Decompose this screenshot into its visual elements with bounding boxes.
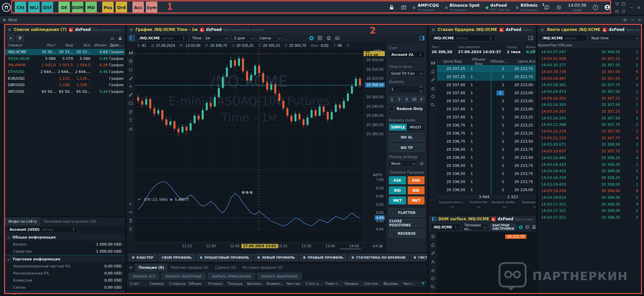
workspace-button-pos[interactable]: Pos xyxy=(102,2,114,13)
orderbook-column-header[interactable]: Объем Бид xyxy=(468,57,489,66)
watchlist-row[interactable]: /FESX:XEUR5 0805 0795 0800,49График xyxy=(5,56,125,62)
close-icon[interactable]: × xyxy=(638,17,641,22)
no-sl-button[interactable]: NO SL xyxy=(389,133,425,141)
connection-binancespot[interactable]: Binance SpotОтключен xyxy=(445,3,480,12)
trade-row[interactable]: 14:03:29.72620 307,006 xyxy=(538,69,642,75)
settings-gear-icon[interactable] xyxy=(556,4,562,10)
brackets-mode-simple[interactable]: SIMPLE xyxy=(389,124,407,131)
trade-row[interactable]: 14:03:24.35520 307,251 xyxy=(538,95,642,102)
account-selector[interactable]: Account (USD)dxFeed⋮ xyxy=(7,226,78,233)
eye-icon[interactable] xyxy=(128,210,133,215)
orderbook-column-header[interactable]: Цена Бид xyxy=(437,59,468,64)
positions-tab[interactable]: Позиции (0) xyxy=(135,263,167,272)
close-positions-button[interactable]: CLOSE POSITIONS xyxy=(389,219,425,227)
close-button[interactable]: ЗАКРЫТЬ УБЫТОЧНЫЕ xyxy=(161,273,206,280)
profile-button[interactable]: ЛЕВЫЙ ПРОФИЛЬ xyxy=(254,254,298,261)
lock-columns-icon[interactable] xyxy=(117,35,123,41)
reverse-button[interactable]: REVERSE xyxy=(389,229,425,237)
positions-column-header[interactable]: Чист... xyxy=(400,282,419,286)
positions-column-header[interactable]: Тейк п... xyxy=(322,282,341,286)
orderbook-row[interactable]: 20 337,001120 223,00 xyxy=(437,97,536,105)
tif-dropdown[interactable]: Good Till Can xyxy=(389,70,425,77)
watchlist-chart-link[interactable]: График xyxy=(108,70,125,74)
watchlist-chart-link[interactable]: График xyxy=(108,89,125,94)
arrow-icon[interactable] xyxy=(128,201,133,207)
dom-save-icon[interactable] xyxy=(532,224,536,230)
dom-grid-icon[interactable] xyxy=(525,224,530,230)
workspace-button-cht[interactable]: Cht xyxy=(15,2,26,13)
watchlist-chart-link[interactable]: График xyxy=(108,83,125,87)
no-tp-button[interactable]: NO TP xyxy=(389,144,425,152)
brackets-mode-multi[interactable]: MULTI xyxy=(407,124,424,131)
style-dropdown[interactable]: Свеча xyxy=(257,35,283,41)
trade-row[interactable]: 14:03:19.46020 308,254 xyxy=(538,155,642,161)
dom-snapshot-icon[interactable] xyxy=(518,224,523,230)
trade-row[interactable]: 14:03:17.32120 308,002 xyxy=(538,208,642,215)
orderbook-row[interactable]: 20 336,501120 223,75 xyxy=(437,162,536,170)
trades-column-header[interactable]: Время xyxy=(538,43,550,47)
dom-symbol-selector[interactable]: /NQ:XCME⋮ xyxy=(431,224,460,230)
eraser-icon[interactable] xyxy=(430,267,436,273)
rect-icon[interactable] xyxy=(128,101,133,106)
workspace-button-dsf[interactable]: DSf xyxy=(42,2,53,13)
sell-ask-button[interactable]: ASK xyxy=(408,176,425,184)
text-icon[interactable] xyxy=(128,117,133,123)
account-info-tab[interactable]: Тепловая карта рынка (29) xyxy=(40,217,100,225)
flatten-button[interactable]: FLATTEN xyxy=(389,209,425,217)
layers-icon[interactable] xyxy=(430,234,436,239)
trade-row[interactable]: 14:03:30.27720 307,502 xyxy=(538,62,642,69)
zoom-in-icon[interactable]: + xyxy=(379,244,383,249)
section-header[interactable]: Общая информация xyxy=(5,233,125,241)
fib-icon[interactable] xyxy=(128,109,133,114)
orderbook-row[interactable]: 20 337,001120 223,00 xyxy=(437,105,536,113)
sell-bid-button[interactable]: BID xyxy=(408,186,425,194)
trade-row[interactable]: 14:03:28.48720 307,252 xyxy=(538,75,642,82)
watchlist-row[interactable]: /NQ:XCME20 30...20 33...20 33...0,69Граф… xyxy=(5,49,125,56)
dom-panel-icon[interactable] xyxy=(432,217,436,221)
positions-column-header[interactable]: Валовы... xyxy=(380,282,400,286)
price-axis[interactable]: АВТОАВТО20 320,0020 315,0020 310,0020 30… xyxy=(363,48,386,242)
ob-panel-toggle-icon[interactable] xyxy=(528,35,534,41)
realtime-dropdown[interactable]: Real time xyxy=(589,35,640,41)
pencil-icon[interactable] xyxy=(430,77,436,82)
orderbook-row[interactable]: 20 337,001120 223,00 xyxy=(437,89,536,97)
positions-menu-icon[interactable]: ≡ xyxy=(127,265,135,270)
orderbook-row[interactable]: 20 337,001120 223,00 xyxy=(437,81,536,89)
minimize-window-icon[interactable]: − xyxy=(630,5,634,10)
orderbook-row[interactable]: 20 336,751120 223,25 xyxy=(437,130,536,138)
orderbook-row[interactable]: 20 336,751120 223,25 xyxy=(437,121,536,130)
filter-icon[interactable] xyxy=(421,282,425,287)
account-profile-icon[interactable] xyxy=(604,4,610,10)
qty-preset-5[interactable]: 5 xyxy=(404,96,410,103)
positions-column-header[interactable]: Текуща... xyxy=(224,282,244,286)
trade-row[interactable]: 14:03:20.67120 308,502 xyxy=(538,142,642,148)
trade-row[interactable]: 14:03:21.21020 307,754 xyxy=(538,135,642,142)
positions-column-header[interactable]: Счет xyxy=(127,282,146,286)
profile-button[interactable]: СВОЙ ПРОФИЛЬ xyxy=(158,254,195,261)
panel-toggle-blue-icon[interactable] xyxy=(419,35,425,41)
trade-row[interactable]: 14:03:31.50820 307,252 xyxy=(538,56,642,62)
workspace-button-sym[interactable]: Sym xyxy=(146,2,157,13)
watchlist-chart-link[interactable]: График xyxy=(108,76,125,81)
orderbook-row[interactable]: 20 336,751120 223,50 xyxy=(437,138,536,146)
bell-icon[interactable] xyxy=(430,69,436,74)
candles-icon[interactable] xyxy=(128,50,133,56)
chart-symbol-selector[interactable]: /NQ:XCMEdxFeed⋮ xyxy=(137,35,188,41)
trade-row[interactable]: 14:03:24.35520 307,251 xyxy=(538,108,642,115)
trade-row[interactable]: 14:03:19.43320 308,001 xyxy=(538,168,642,175)
watchlist-column-header[interactable]: Дейс... xyxy=(108,43,125,47)
workspace-button-md[interactable]: MD xyxy=(85,2,97,13)
refresh-icon[interactable] xyxy=(621,8,627,14)
ruler-icon[interactable] xyxy=(128,92,133,98)
watchlist-column-header[interactable]: Ласт xyxy=(38,43,56,47)
watchlist-column-header[interactable]: Символ xyxy=(5,43,38,47)
candles-icon[interactable] xyxy=(430,60,436,66)
watchlist-column-header[interactable]: Бид xyxy=(56,43,73,47)
quantity-stepper[interactable]: 1 xyxy=(389,85,425,93)
orderbook-column-header[interactable]: Объем... xyxy=(489,59,507,64)
positions-column-header[interactable]: Валова... xyxy=(244,282,263,286)
bell-icon[interactable] xyxy=(430,242,436,248)
workspace-button-acc[interactable]: Acc xyxy=(132,2,144,13)
watchlist-row[interactable]: EUR/USD1,116...1,116...График xyxy=(5,75,125,82)
close-button[interactable]: ЗАКРЫТЬ ВСЕ xyxy=(129,273,159,280)
